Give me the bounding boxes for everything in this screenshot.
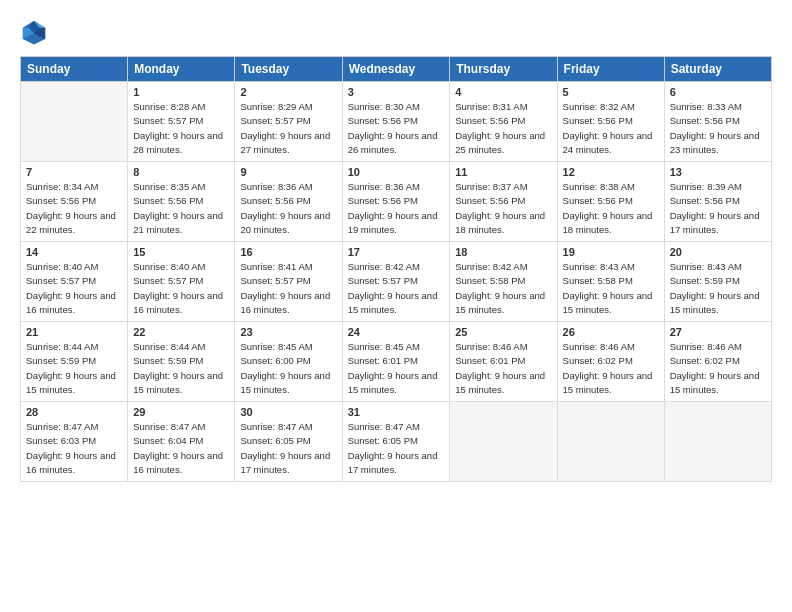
day-detail: Sunrise: 8:39 AMSunset: 5:56 PMDaylight:… bbox=[670, 180, 766, 237]
day-number: 13 bbox=[670, 166, 766, 178]
col-header-thursday: Thursday bbox=[450, 57, 557, 82]
day-detail: Sunrise: 8:41 AMSunset: 5:57 PMDaylight:… bbox=[240, 260, 336, 317]
day-detail: Sunrise: 8:42 AMSunset: 5:57 PMDaylight:… bbox=[348, 260, 445, 317]
calendar-cell: 23Sunrise: 8:45 AMSunset: 6:00 PMDayligh… bbox=[235, 322, 342, 402]
day-number: 28 bbox=[26, 406, 122, 418]
calendar-cell: 31Sunrise: 8:47 AMSunset: 6:05 PMDayligh… bbox=[342, 402, 450, 482]
day-number: 10 bbox=[348, 166, 445, 178]
day-detail: Sunrise: 8:45 AMSunset: 6:01 PMDaylight:… bbox=[348, 340, 445, 397]
day-detail: Sunrise: 8:32 AMSunset: 5:56 PMDaylight:… bbox=[563, 100, 659, 157]
header bbox=[20, 18, 772, 46]
calendar-cell: 28Sunrise: 8:47 AMSunset: 6:03 PMDayligh… bbox=[21, 402, 128, 482]
day-detail: Sunrise: 8:36 AMSunset: 5:56 PMDaylight:… bbox=[348, 180, 445, 237]
logo bbox=[20, 18, 52, 46]
week-row-5: 28Sunrise: 8:47 AMSunset: 6:03 PMDayligh… bbox=[21, 402, 772, 482]
calendar-cell: 30Sunrise: 8:47 AMSunset: 6:05 PMDayligh… bbox=[235, 402, 342, 482]
calendar-cell: 24Sunrise: 8:45 AMSunset: 6:01 PMDayligh… bbox=[342, 322, 450, 402]
calendar-cell: 6Sunrise: 8:33 AMSunset: 5:56 PMDaylight… bbox=[664, 82, 771, 162]
day-number: 2 bbox=[240, 86, 336, 98]
day-number: 20 bbox=[670, 246, 766, 258]
day-detail: Sunrise: 8:43 AMSunset: 5:58 PMDaylight:… bbox=[563, 260, 659, 317]
day-number: 9 bbox=[240, 166, 336, 178]
day-detail: Sunrise: 8:45 AMSunset: 6:00 PMDaylight:… bbox=[240, 340, 336, 397]
calendar-cell: 5Sunrise: 8:32 AMSunset: 5:56 PMDaylight… bbox=[557, 82, 664, 162]
calendar-cell: 11Sunrise: 8:37 AMSunset: 5:56 PMDayligh… bbox=[450, 162, 557, 242]
day-number: 8 bbox=[133, 166, 229, 178]
logo-icon bbox=[20, 18, 48, 46]
calendar-cell: 19Sunrise: 8:43 AMSunset: 5:58 PMDayligh… bbox=[557, 242, 664, 322]
day-number: 14 bbox=[26, 246, 122, 258]
day-number: 7 bbox=[26, 166, 122, 178]
day-number: 6 bbox=[670, 86, 766, 98]
calendar-cell: 27Sunrise: 8:46 AMSunset: 6:02 PMDayligh… bbox=[664, 322, 771, 402]
col-header-monday: Monday bbox=[128, 57, 235, 82]
week-row-4: 21Sunrise: 8:44 AMSunset: 5:59 PMDayligh… bbox=[21, 322, 772, 402]
header-row: SundayMondayTuesdayWednesdayThursdayFrid… bbox=[21, 57, 772, 82]
col-header-sunday: Sunday bbox=[21, 57, 128, 82]
day-detail: Sunrise: 8:46 AMSunset: 6:01 PMDaylight:… bbox=[455, 340, 551, 397]
day-detail: Sunrise: 8:47 AMSunset: 6:05 PMDaylight:… bbox=[348, 420, 445, 477]
day-detail: Sunrise: 8:29 AMSunset: 5:57 PMDaylight:… bbox=[240, 100, 336, 157]
day-number: 5 bbox=[563, 86, 659, 98]
day-detail: Sunrise: 8:46 AMSunset: 6:02 PMDaylight:… bbox=[563, 340, 659, 397]
col-header-saturday: Saturday bbox=[664, 57, 771, 82]
day-number: 30 bbox=[240, 406, 336, 418]
calendar-cell bbox=[557, 402, 664, 482]
day-number: 18 bbox=[455, 246, 551, 258]
day-detail: Sunrise: 8:46 AMSunset: 6:02 PMDaylight:… bbox=[670, 340, 766, 397]
day-detail: Sunrise: 8:38 AMSunset: 5:56 PMDaylight:… bbox=[563, 180, 659, 237]
day-detail: Sunrise: 8:44 AMSunset: 5:59 PMDaylight:… bbox=[133, 340, 229, 397]
day-detail: Sunrise: 8:42 AMSunset: 5:58 PMDaylight:… bbox=[455, 260, 551, 317]
week-row-2: 7Sunrise: 8:34 AMSunset: 5:56 PMDaylight… bbox=[21, 162, 772, 242]
calendar-cell: 15Sunrise: 8:40 AMSunset: 5:57 PMDayligh… bbox=[128, 242, 235, 322]
week-row-3: 14Sunrise: 8:40 AMSunset: 5:57 PMDayligh… bbox=[21, 242, 772, 322]
day-number: 26 bbox=[563, 326, 659, 338]
day-number: 4 bbox=[455, 86, 551, 98]
day-detail: Sunrise: 8:28 AMSunset: 5:57 PMDaylight:… bbox=[133, 100, 229, 157]
calendar-cell bbox=[21, 82, 128, 162]
day-detail: Sunrise: 8:33 AMSunset: 5:56 PMDaylight:… bbox=[670, 100, 766, 157]
calendar-cell: 2Sunrise: 8:29 AMSunset: 5:57 PMDaylight… bbox=[235, 82, 342, 162]
day-number: 29 bbox=[133, 406, 229, 418]
calendar-cell: 4Sunrise: 8:31 AMSunset: 5:56 PMDaylight… bbox=[450, 82, 557, 162]
calendar-cell: 18Sunrise: 8:42 AMSunset: 5:58 PMDayligh… bbox=[450, 242, 557, 322]
day-detail: Sunrise: 8:37 AMSunset: 5:56 PMDaylight:… bbox=[455, 180, 551, 237]
day-number: 1 bbox=[133, 86, 229, 98]
calendar-cell: 26Sunrise: 8:46 AMSunset: 6:02 PMDayligh… bbox=[557, 322, 664, 402]
day-number: 23 bbox=[240, 326, 336, 338]
day-number: 22 bbox=[133, 326, 229, 338]
calendar-cell bbox=[450, 402, 557, 482]
day-detail: Sunrise: 8:47 AMSunset: 6:03 PMDaylight:… bbox=[26, 420, 122, 477]
day-detail: Sunrise: 8:47 AMSunset: 6:05 PMDaylight:… bbox=[240, 420, 336, 477]
col-header-tuesday: Tuesday bbox=[235, 57, 342, 82]
day-number: 25 bbox=[455, 326, 551, 338]
calendar-cell bbox=[664, 402, 771, 482]
day-detail: Sunrise: 8:36 AMSunset: 5:56 PMDaylight:… bbox=[240, 180, 336, 237]
col-header-wednesday: Wednesday bbox=[342, 57, 450, 82]
page: SundayMondayTuesdayWednesdayThursdayFrid… bbox=[0, 0, 792, 492]
day-number: 3 bbox=[348, 86, 445, 98]
day-detail: Sunrise: 8:31 AMSunset: 5:56 PMDaylight:… bbox=[455, 100, 551, 157]
calendar-cell: 1Sunrise: 8:28 AMSunset: 5:57 PMDaylight… bbox=[128, 82, 235, 162]
calendar-cell: 12Sunrise: 8:38 AMSunset: 5:56 PMDayligh… bbox=[557, 162, 664, 242]
day-detail: Sunrise: 8:35 AMSunset: 5:56 PMDaylight:… bbox=[133, 180, 229, 237]
day-number: 12 bbox=[563, 166, 659, 178]
calendar-cell: 16Sunrise: 8:41 AMSunset: 5:57 PMDayligh… bbox=[235, 242, 342, 322]
day-number: 27 bbox=[670, 326, 766, 338]
calendar-cell: 7Sunrise: 8:34 AMSunset: 5:56 PMDaylight… bbox=[21, 162, 128, 242]
calendar-cell: 9Sunrise: 8:36 AMSunset: 5:56 PMDaylight… bbox=[235, 162, 342, 242]
calendar-cell: 22Sunrise: 8:44 AMSunset: 5:59 PMDayligh… bbox=[128, 322, 235, 402]
day-detail: Sunrise: 8:34 AMSunset: 5:56 PMDaylight:… bbox=[26, 180, 122, 237]
day-detail: Sunrise: 8:40 AMSunset: 5:57 PMDaylight:… bbox=[133, 260, 229, 317]
calendar-cell: 20Sunrise: 8:43 AMSunset: 5:59 PMDayligh… bbox=[664, 242, 771, 322]
day-number: 16 bbox=[240, 246, 336, 258]
day-number: 15 bbox=[133, 246, 229, 258]
day-detail: Sunrise: 8:40 AMSunset: 5:57 PMDaylight:… bbox=[26, 260, 122, 317]
calendar-cell: 17Sunrise: 8:42 AMSunset: 5:57 PMDayligh… bbox=[342, 242, 450, 322]
calendar-table: SundayMondayTuesdayWednesdayThursdayFrid… bbox=[20, 56, 772, 482]
day-number: 19 bbox=[563, 246, 659, 258]
calendar-cell: 14Sunrise: 8:40 AMSunset: 5:57 PMDayligh… bbox=[21, 242, 128, 322]
day-detail: Sunrise: 8:44 AMSunset: 5:59 PMDaylight:… bbox=[26, 340, 122, 397]
calendar-cell: 13Sunrise: 8:39 AMSunset: 5:56 PMDayligh… bbox=[664, 162, 771, 242]
calendar-cell: 21Sunrise: 8:44 AMSunset: 5:59 PMDayligh… bbox=[21, 322, 128, 402]
